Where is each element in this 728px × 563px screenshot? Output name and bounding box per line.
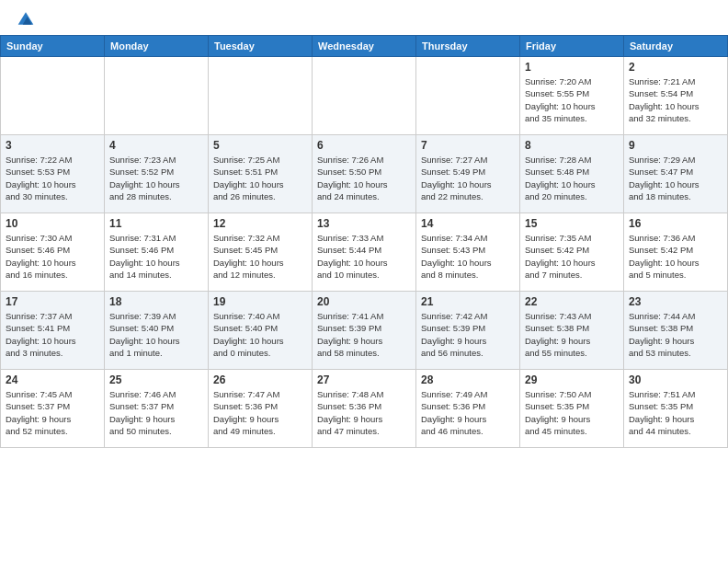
day-number: 19 xyxy=(213,295,307,308)
day-number: 25 xyxy=(109,373,203,386)
day-info: Sunrise: 7:49 AM Sunset: 5:36 PM Dayligh… xyxy=(421,388,515,437)
day-number: 2 xyxy=(629,61,722,74)
day-info: Sunrise: 7:30 AM Sunset: 5:46 PM Dayligh… xyxy=(6,232,99,281)
week-row-1: 1Sunrise: 7:20 AM Sunset: 5:55 PM Daylig… xyxy=(1,57,728,135)
calendar-cell: 12Sunrise: 7:32 AM Sunset: 5:45 PM Dayli… xyxy=(209,213,313,292)
day-number: 6 xyxy=(317,139,411,152)
day-number: 13 xyxy=(317,217,411,230)
day-info: Sunrise: 7:45 AM Sunset: 5:37 PM Dayligh… xyxy=(6,388,99,437)
day-number: 15 xyxy=(525,217,619,230)
day-info: Sunrise: 7:48 AM Sunset: 5:36 PM Dayligh… xyxy=(317,388,411,437)
day-info: Sunrise: 7:22 AM Sunset: 5:53 PM Dayligh… xyxy=(6,154,99,202)
calendar-cell xyxy=(1,57,105,135)
day-info: Sunrise: 7:46 AM Sunset: 5:37 PM Dayligh… xyxy=(109,388,203,437)
calendar-cell: 7Sunrise: 7:27 AM Sunset: 5:49 PM Daylig… xyxy=(416,135,520,213)
day-info: Sunrise: 7:35 AM Sunset: 5:42 PM Dayligh… xyxy=(525,232,619,281)
calendar-cell: 23Sunrise: 7:44 AM Sunset: 5:38 PM Dayli… xyxy=(624,292,728,370)
day-number: 30 xyxy=(629,373,722,386)
calendar-cell: 28Sunrise: 7:49 AM Sunset: 5:36 PM Dayli… xyxy=(416,370,520,448)
day-info: Sunrise: 7:32 AM Sunset: 5:45 PM Dayligh… xyxy=(213,232,307,281)
day-info: Sunrise: 7:26 AM Sunset: 5:50 PM Dayligh… xyxy=(317,154,411,202)
day-number: 14 xyxy=(421,217,515,230)
day-info: Sunrise: 7:20 AM Sunset: 5:55 PM Dayligh… xyxy=(525,75,619,124)
week-row-2: 3Sunrise: 7:22 AM Sunset: 5:53 PM Daylig… xyxy=(1,135,728,213)
calendar-cell: 29Sunrise: 7:50 AM Sunset: 5:35 PM Dayli… xyxy=(520,370,624,448)
day-info: Sunrise: 7:28 AM Sunset: 5:48 PM Dayligh… xyxy=(525,154,619,202)
day-number: 22 xyxy=(525,295,619,308)
calendar-cell xyxy=(209,57,313,135)
col-header-sunday: Sunday xyxy=(1,36,105,57)
day-number: 10 xyxy=(6,217,99,230)
day-number: 8 xyxy=(525,139,619,152)
day-info: Sunrise: 7:29 AM Sunset: 5:47 PM Dayligh… xyxy=(629,154,722,202)
page-header xyxy=(0,0,728,35)
calendar-cell: 14Sunrise: 7:34 AM Sunset: 5:43 PM Dayli… xyxy=(416,213,520,292)
day-info: Sunrise: 7:43 AM Sunset: 5:38 PM Dayligh… xyxy=(525,310,619,359)
day-info: Sunrise: 7:33 AM Sunset: 5:44 PM Dayligh… xyxy=(317,232,411,281)
calendar-cell: 30Sunrise: 7:51 AM Sunset: 5:35 PM Dayli… xyxy=(624,370,728,448)
week-row-5: 24Sunrise: 7:45 AM Sunset: 5:37 PM Dayli… xyxy=(1,370,728,448)
day-number: 1 xyxy=(525,61,619,74)
col-header-tuesday: Tuesday xyxy=(209,36,313,57)
week-row-3: 10Sunrise: 7:30 AM Sunset: 5:46 PM Dayli… xyxy=(1,213,728,292)
day-info: Sunrise: 7:25 AM Sunset: 5:51 PM Dayligh… xyxy=(213,154,307,202)
day-number: 26 xyxy=(213,373,307,386)
day-info: Sunrise: 7:31 AM Sunset: 5:46 PM Dayligh… xyxy=(109,232,203,281)
calendar-cell xyxy=(416,57,520,135)
calendar-cell: 15Sunrise: 7:35 AM Sunset: 5:42 PM Dayli… xyxy=(520,213,624,292)
calendar-table: SundayMondayTuesdayWednesdayThursdayFrid… xyxy=(0,35,728,448)
calendar-cell: 2Sunrise: 7:21 AM Sunset: 5:54 PM Daylig… xyxy=(624,57,728,135)
calendar-cell: 22Sunrise: 7:43 AM Sunset: 5:38 PM Dayli… xyxy=(520,292,624,370)
day-number: 28 xyxy=(421,373,515,386)
day-info: Sunrise: 7:34 AM Sunset: 5:43 PM Dayligh… xyxy=(421,232,515,281)
calendar-cell: 24Sunrise: 7:45 AM Sunset: 5:37 PM Dayli… xyxy=(1,370,105,448)
day-number: 5 xyxy=(213,139,307,152)
week-row-4: 17Sunrise: 7:37 AM Sunset: 5:41 PM Dayli… xyxy=(1,292,728,370)
logo xyxy=(15,11,35,28)
day-number: 7 xyxy=(421,139,515,152)
col-header-monday: Monday xyxy=(105,36,209,57)
day-number: 27 xyxy=(317,373,411,386)
calendar-cell: 16Sunrise: 7:36 AM Sunset: 5:42 PM Dayli… xyxy=(624,213,728,292)
day-number: 20 xyxy=(317,295,411,308)
calendar-cell: 27Sunrise: 7:48 AM Sunset: 5:36 PM Dayli… xyxy=(313,370,416,448)
day-number: 4 xyxy=(109,139,203,152)
calendar-cell: 21Sunrise: 7:42 AM Sunset: 5:39 PM Dayli… xyxy=(416,292,520,370)
calendar-cell: 3Sunrise: 7:22 AM Sunset: 5:53 PM Daylig… xyxy=(1,135,105,213)
day-info: Sunrise: 7:39 AM Sunset: 5:40 PM Dayligh… xyxy=(109,310,203,359)
day-info: Sunrise: 7:37 AM Sunset: 5:41 PM Dayligh… xyxy=(6,310,99,359)
calendar-cell: 13Sunrise: 7:33 AM Sunset: 5:44 PM Dayli… xyxy=(313,213,416,292)
col-header-saturday: Saturday xyxy=(624,36,728,57)
day-number: 18 xyxy=(109,295,203,308)
day-info: Sunrise: 7:47 AM Sunset: 5:36 PM Dayligh… xyxy=(213,388,307,437)
calendar-cell: 10Sunrise: 7:30 AM Sunset: 5:46 PM Dayli… xyxy=(1,213,105,292)
col-header-friday: Friday xyxy=(520,36,624,57)
day-number: 24 xyxy=(6,373,99,386)
calendar-cell: 4Sunrise: 7:23 AM Sunset: 5:52 PM Daylig… xyxy=(105,135,209,213)
calendar-cell: 11Sunrise: 7:31 AM Sunset: 5:46 PM Dayli… xyxy=(105,213,209,292)
calendar-cell: 17Sunrise: 7:37 AM Sunset: 5:41 PM Dayli… xyxy=(1,292,105,370)
day-number: 9 xyxy=(629,139,722,152)
calendar-cell: 20Sunrise: 7:41 AM Sunset: 5:39 PM Dayli… xyxy=(313,292,416,370)
day-info: Sunrise: 7:51 AM Sunset: 5:35 PM Dayligh… xyxy=(629,388,722,437)
day-info: Sunrise: 7:21 AM Sunset: 5:54 PM Dayligh… xyxy=(629,75,722,124)
calendar-cell: 26Sunrise: 7:47 AM Sunset: 5:36 PM Dayli… xyxy=(209,370,313,448)
day-number: 23 xyxy=(629,295,722,308)
calendar-cell: 8Sunrise: 7:28 AM Sunset: 5:48 PM Daylig… xyxy=(520,135,624,213)
calendar-cell: 5Sunrise: 7:25 AM Sunset: 5:51 PM Daylig… xyxy=(209,135,313,213)
calendar-cell: 1Sunrise: 7:20 AM Sunset: 5:55 PM Daylig… xyxy=(520,57,624,135)
calendar-cell: 18Sunrise: 7:39 AM Sunset: 5:40 PM Dayli… xyxy=(105,292,209,370)
calendar-header-row: SundayMondayTuesdayWednesdayThursdayFrid… xyxy=(1,36,728,57)
col-header-thursday: Thursday xyxy=(416,36,520,57)
day-info: Sunrise: 7:41 AM Sunset: 5:39 PM Dayligh… xyxy=(317,310,411,359)
calendar-cell: 25Sunrise: 7:46 AM Sunset: 5:37 PM Dayli… xyxy=(105,370,209,448)
day-info: Sunrise: 7:42 AM Sunset: 5:39 PM Dayligh… xyxy=(421,310,515,359)
day-info: Sunrise: 7:44 AM Sunset: 5:38 PM Dayligh… xyxy=(629,310,722,359)
calendar-cell: 6Sunrise: 7:26 AM Sunset: 5:50 PM Daylig… xyxy=(313,135,416,213)
day-info: Sunrise: 7:36 AM Sunset: 5:42 PM Dayligh… xyxy=(629,232,722,281)
calendar-cell: 9Sunrise: 7:29 AM Sunset: 5:47 PM Daylig… xyxy=(624,135,728,213)
day-number: 3 xyxy=(6,139,99,152)
day-info: Sunrise: 7:23 AM Sunset: 5:52 PM Dayligh… xyxy=(109,154,203,202)
calendar-cell xyxy=(313,57,416,135)
col-header-wednesday: Wednesday xyxy=(313,36,416,57)
